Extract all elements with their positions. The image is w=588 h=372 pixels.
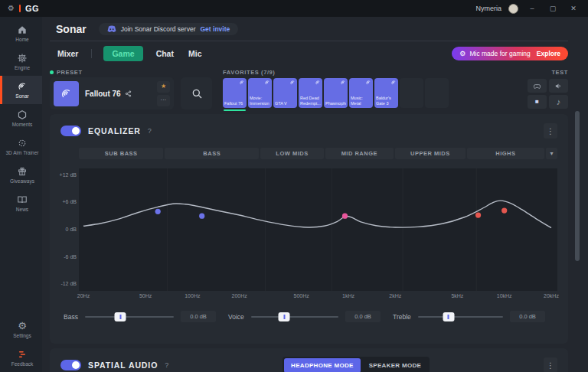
speaker-icon [554, 82, 563, 90]
eq-control-point[interactable] [199, 214, 204, 219]
maximize-button[interactable]: ▢ [546, 2, 560, 15]
test-column: TEST ■♪ [524, 67, 568, 109]
sidebar-item-feedback[interactable]: Feedback [0, 344, 42, 372]
x-tick-label: 100Hz [185, 293, 200, 299]
discord-invite-pill[interactable]: Join Sonar Discord server Get invite [99, 23, 239, 35]
sidebar-item-sonar[interactable]: Sonar [0, 76, 42, 104]
slider-thumb[interactable] [443, 312, 454, 321]
equalizer-menu-button[interactable]: ⋮ [544, 123, 557, 139]
share-icon[interactable] [125, 90, 132, 97]
app-title: GG [25, 4, 39, 13]
search-icon [191, 87, 203, 100]
user-name[interactable]: Nymeria [475, 5, 501, 12]
sidebar-item-home[interactable]: Home [0, 19, 42, 47]
favorite-tile-phasmophobia[interactable]: Phasmophobia [324, 78, 348, 108]
eq-response-curve [83, 201, 551, 228]
favorite-tile-music-metal[interactable]: Music: Metal [349, 78, 373, 108]
sidebar-item-label: Settings [13, 333, 31, 339]
eq-control-point[interactable] [475, 212, 481, 217]
x-tick-label: 200Hz [232, 293, 247, 299]
tab-chat[interactable]: Chat [155, 46, 175, 61]
test-music-note-button[interactable]: ♪ [549, 95, 568, 109]
y-tick-label: +6 dB [57, 199, 77, 204]
sonar-preset-icon [340, 80, 346, 86]
preset-search-button[interactable] [181, 77, 212, 109]
spatial-audio-menu-button[interactable]: ⋮ [544, 357, 557, 372]
band-mid-range[interactable]: MID RANGE [325, 148, 394, 159]
bass-slider[interactable] [85, 316, 174, 318]
discord-text: Join Sonar Discord server [121, 25, 196, 33]
eq-control-point[interactable] [342, 214, 348, 219]
slider-label: Treble [393, 313, 411, 321]
explore-link[interactable]: Explore [537, 50, 560, 57]
x-tick-label: 2kHz [389, 293, 401, 299]
tab-divider [91, 49, 92, 58]
sonar-preset-icon [365, 80, 371, 86]
treble-slider[interactable] [418, 316, 503, 318]
page-header: Sonar Join Sonar Discord server Get invi… [50, 17, 568, 41]
sidebar-item-moments[interactable]: Moments [0, 104, 42, 132]
favorite-tile-gta-v[interactable]: GTA V [273, 78, 297, 108]
band-bass[interactable]: BASS [165, 148, 259, 159]
preset-section-label: PRESET [50, 67, 212, 77]
spatial-audio-title: SPATIAL AUDIO [88, 361, 158, 370]
y-tick-label: -6 dB [57, 254, 77, 259]
test-speaker-button[interactable] [549, 79, 568, 93]
home-icon [17, 24, 28, 35]
sidebar-item-news[interactable]: News [0, 189, 42, 217]
equalizer-card: EQUALIZER ? ⋮ SUB BASSBASSLOW MIDSMID RA… [50, 114, 568, 344]
equalizer-help-icon[interactable]: ? [148, 127, 152, 135]
favorite-empty-slot [425, 78, 449, 108]
voice-slider[interactable] [251, 316, 338, 318]
sidebar-item-settings[interactable]: ⚙Settings [0, 315, 42, 344]
sidebar-item-label: 3D Aim Trainer [6, 150, 39, 156]
band-low-mids[interactable]: LOW MIDS [260, 148, 324, 159]
band-sub-bass[interactable]: SUB BASS [79, 148, 163, 159]
favorite-tile-label: Red Dead Redempt... [300, 96, 321, 106]
x-tick-label: 5kHz [451, 293, 463, 299]
minimize-button[interactable]: – [525, 2, 539, 15]
sidebar-item-label: Engine [15, 65, 30, 71]
sidebar-item-3d-aim-trainer[interactable]: 3D Aim Trainer [0, 132, 42, 161]
sonar-preset-icon [315, 80, 321, 86]
slider-thumb[interactable] [115, 312, 126, 321]
gear-icon: ⚙ [459, 51, 466, 57]
favorite-tile-fallout-76[interactable]: Fallout 76 [223, 78, 247, 108]
chevron-down-icon[interactable]: ▾ [546, 148, 557, 159]
tab-mixer[interactable]: Mixer [56, 46, 80, 61]
sidebar-item-engine[interactable]: Engine [0, 47, 42, 76]
output-mode-switch: HEADPHONE MODESPEAKER MODE [283, 357, 430, 372]
tab-mic[interactable]: Mic [187, 46, 204, 61]
equalizer-graph[interactable]: +12 dB+6 dB0 dB-6 dB-12 dB [79, 168, 557, 291]
sidebar-item-giveaways[interactable]: Giveaways [0, 161, 42, 189]
favorite-tile-movie-immersion[interactable]: Movie: Immersion [248, 78, 272, 108]
band-header-row: SUB BASSBASSLOW MIDSMID RANGEUPPER MIDSH… [79, 148, 557, 159]
eq-control-point[interactable] [155, 209, 161, 214]
favorite-tile-red-dead-redempt[interactable]: Red Dead Redempt... [299, 78, 322, 108]
preset-more-button[interactable]: ··· [157, 95, 170, 106]
favorite-tile-baldur-s-gate-3[interactable]: Baldur's Gate 3 [374, 78, 398, 108]
spatial-audio-help-icon[interactable]: ? [165, 361, 168, 369]
close-button[interactable]: ✕ [567, 2, 580, 15]
eq-curve-canvas[interactable] [79, 168, 557, 291]
speaker-mode-button[interactable]: SPEAKER MODE [362, 358, 429, 372]
headphone-mode-button[interactable]: HEADPHONE MODE [284, 358, 361, 372]
current-preset-card[interactable]: Fallout 76 ★ ··· [50, 77, 174, 109]
band-upper-mids[interactable]: UPPER MIDS [395, 148, 466, 159]
scrollbar-thumb[interactable] [575, 111, 580, 261]
spatial-audio-toggle[interactable] [60, 360, 81, 370]
slider-thumb[interactable] [279, 312, 290, 321]
eq-control-point[interactable] [501, 208, 507, 214]
test-section-label: TEST [551, 67, 568, 77]
equalizer-toggle[interactable] [60, 126, 81, 136]
tone-sliders-row: Bass0.0 dBVoice0.0 dBTreble0.0 dB [60, 311, 557, 322]
test-gamepad-button[interactable] [528, 79, 547, 93]
favorite-star-button[interactable]: ★ [157, 81, 170, 93]
band-highs[interactable]: HIGHS [467, 148, 544, 159]
mic-promo-banner[interactable]: ⚙ Mic made for gaming Explore [452, 47, 568, 60]
tab-game[interactable]: Game [103, 46, 142, 61]
test-stop-button[interactable]: ■ [528, 95, 547, 109]
user-avatar[interactable] [508, 4, 518, 14]
gift-icon [17, 165, 28, 177]
discord-get-invite-link[interactable]: Get invite [200, 25, 230, 33]
